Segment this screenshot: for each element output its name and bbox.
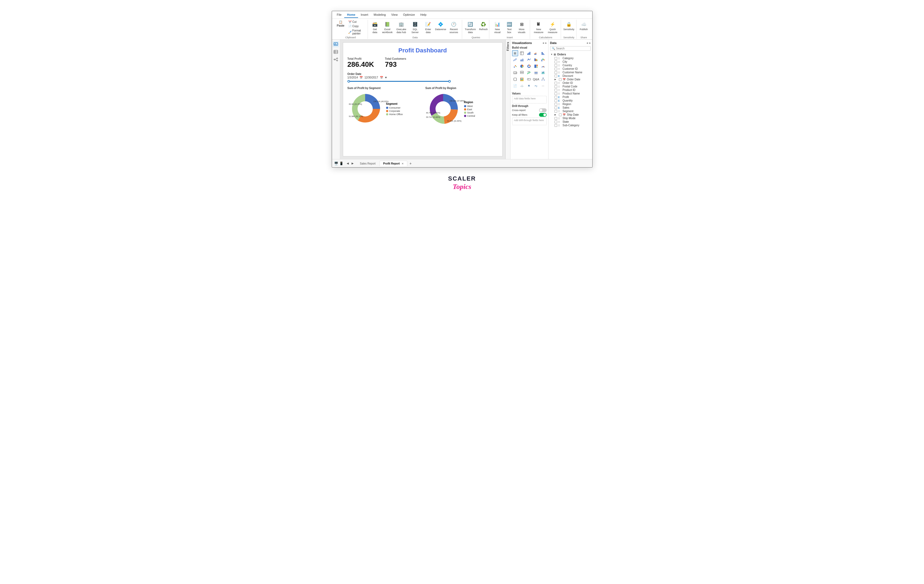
excel-button[interactable]: 📗 Excel workbook: [381, 20, 394, 35]
orders-table-header[interactable]: ▼ ⊞ Orders: [550, 53, 591, 56]
viz-icon-python[interactable]: Py: [533, 83, 539, 89]
field-checkbox[interactable]: [554, 61, 557, 63]
field-row-product-name[interactable]: Ξ Product Name: [550, 92, 591, 95]
viz-icon-scatter[interactable]: [512, 63, 518, 69]
search-input[interactable]: [556, 47, 589, 50]
tab-optimize[interactable]: Optimize: [401, 12, 417, 18]
tab-insert[interactable]: Insert: [358, 12, 371, 18]
chevron-down[interactable]: ▼: [385, 76, 388, 79]
tab-home[interactable]: Home: [344, 12, 358, 18]
viz-expand-icon[interactable]: »: [545, 41, 547, 44]
tab-modeling[interactable]: Modeling: [371, 12, 388, 18]
viz-icon-bar[interactable]: [526, 50, 532, 56]
field-checkbox[interactable]: [554, 124, 557, 127]
onelake-button[interactable]: 🏢 OneLake data hub: [395, 20, 408, 35]
field-checkbox[interactable]: [554, 89, 557, 92]
slider-handle-right[interactable]: [448, 80, 451, 82]
viz-icon-azure[interactable]: ☁️: [519, 83, 525, 89]
transform-data-button[interactable]: 🔄 Transform data: [463, 20, 477, 35]
desktop-icon[interactable]: 🖥️: [334, 161, 338, 165]
viz-icon-gauge[interactable]: [540, 63, 546, 69]
viz-icon-waterfall[interactable]: [540, 57, 546, 63]
viz-icon-pie[interactable]: [519, 63, 525, 69]
format-painter-button[interactable]: 🖌️ Format painter: [347, 28, 366, 36]
field-checkbox[interactable]: [554, 57, 557, 60]
field-checkbox[interactable]: [559, 114, 561, 116]
field-checkbox[interactable]: [554, 110, 557, 113]
field-checkbox[interactable]: [554, 117, 557, 120]
more-visuals-button[interactable]: ⊞ More visuals: [515, 20, 528, 35]
tab-view[interactable]: View: [388, 12, 401, 18]
field-checkbox[interactable]: [554, 103, 557, 105]
field-row-sales[interactable]: Σ Sales: [550, 106, 591, 109]
field-row-order-date[interactable]: ▶ 📅 Order Date: [550, 78, 591, 81]
field-row-sub-category[interactable]: Ξ Sub-Category: [550, 123, 591, 127]
tab-nav-next[interactable]: ▶: [350, 161, 355, 166]
drill-dropzone[interactable]: Add drill-through fields here: [512, 118, 547, 125]
viz-icon-card[interactable]: 123: [512, 70, 518, 76]
publish-button[interactable]: ☁️ Publish: [579, 20, 589, 31]
new-visual-button[interactable]: 📊 New visual: [492, 20, 503, 35]
new-measure-button[interactable]: 🖩 New measure: [532, 20, 545, 35]
cross-report-toggle[interactable]: [539, 109, 547, 112]
viz-icon-kpi[interactable]: KPI: [526, 70, 532, 76]
paste-button[interactable]: 📋 Paste: [335, 20, 346, 36]
field-checkbox[interactable]: [554, 96, 557, 99]
field-checkbox[interactable]: [554, 71, 557, 74]
viz-icon-map[interactable]: 🗺️: [540, 70, 546, 76]
field-row-product-id[interactable]: Ξ Product ID: [550, 88, 591, 92]
cut-button[interactable]: ✂️ Cut: [347, 20, 366, 24]
field-checkbox[interactable]: [554, 99, 557, 102]
tab-nav-prev[interactable]: ◀: [346, 161, 350, 166]
viz-icon-column[interactable]: [540, 50, 546, 56]
field-checkbox[interactable]: [554, 107, 557, 109]
viz-icon-ribbon[interactable]: [533, 57, 539, 63]
field-row-profit[interactable]: Σ Profit: [550, 95, 591, 99]
viz-icon-table[interactable]: ⊞: [512, 50, 518, 56]
field-row-region[interactable]: Ξ Region: [550, 102, 591, 106]
tablet-icon[interactable]: 📱: [339, 161, 343, 165]
viz-icon-textfilter[interactable]: T: [526, 76, 532, 82]
quick-measure-button[interactable]: ⚡ Quick measure: [546, 20, 559, 35]
dataverse-button[interactable]: 💠 Dataverse: [435, 20, 446, 31]
recent-sources-button[interactable]: 🕐 Recent sources: [447, 20, 460, 35]
viz-icon-line[interactable]: [512, 57, 518, 63]
copy-button[interactable]: 📄 Copy: [347, 24, 366, 28]
viz-icon-shape[interactable]: [512, 76, 518, 82]
get-data-button[interactable]: 🗃️ Get data: [370, 20, 380, 35]
viz-icon-stacked-bar[interactable]: [533, 50, 539, 56]
text-box-button[interactable]: 🔤 Text box: [505, 20, 514, 35]
field-checkbox[interactable]: [554, 85, 557, 88]
field-row-segment[interactable]: Ξ Segment: [550, 109, 591, 113]
field-row-customer-id[interactable]: Ξ Customer ID: [550, 67, 591, 71]
field-row-ship-date[interactable]: ▶ 📅 Ship Date: [550, 113, 591, 117]
field-row-order-id[interactable]: Ξ Order ID: [550, 81, 591, 85]
viz-icon-decomp[interactable]: [540, 76, 546, 82]
field-row-category[interactable]: Ξ Category: [550, 56, 591, 60]
viz-collapse-icon[interactable]: «: [543, 41, 544, 44]
field-checkbox[interactable]: [559, 78, 561, 81]
field-row-quantity[interactable]: Σ Quantity: [550, 99, 591, 102]
tab-file[interactable]: File: [334, 12, 345, 18]
viz-icon-treemap[interactable]: [533, 63, 539, 69]
sql-button[interactable]: 🗄️ SQL Server: [409, 20, 421, 35]
viz-icon-more[interactable]: ···: [540, 83, 546, 89]
field-row-state[interactable]: Ξ State: [550, 120, 591, 123]
field-checkbox[interactable]: [554, 67, 557, 70]
tab-sales-report[interactable]: Sales Report: [356, 161, 379, 166]
viz-icon-matrix[interactable]: [519, 50, 525, 56]
viz-icon-paginated[interactable]: 📄: [512, 83, 518, 89]
viz-icon-area[interactable]: [519, 57, 525, 63]
viz-icon-slicer[interactable]: [533, 70, 539, 76]
field-row-ship-mode[interactable]: Ξ Ship Mode: [550, 117, 591, 120]
field-checkbox[interactable]: [554, 82, 557, 84]
field-row-city[interactable]: Ξ City: [550, 60, 591, 64]
tab-add-button[interactable]: +: [408, 161, 413, 166]
sensitivity-button[interactable]: 🔒 Sensitivity: [562, 20, 576, 31]
report-view-icon[interactable]: [333, 41, 339, 47]
tab-help[interactable]: Help: [417, 12, 429, 18]
field-checkbox[interactable]: [554, 92, 557, 95]
table-view-icon[interactable]: [333, 49, 339, 55]
viz-icon-line2[interactable]: [526, 57, 532, 63]
refresh-button[interactable]: ♻️ Refresh: [478, 20, 488, 31]
